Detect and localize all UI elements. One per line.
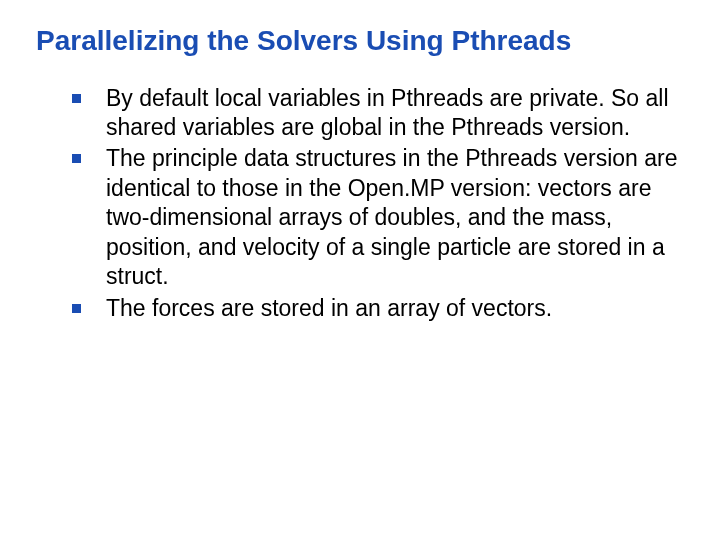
slide-title: Parallelizing the Solvers Using Pthreads [36, 24, 692, 58]
bullet-list: By default local variables in Pthreads a… [28, 84, 692, 324]
slide: Parallelizing the Solvers Using Pthreads… [0, 0, 720, 540]
square-bullet-icon [72, 304, 81, 313]
list-item: By default local variables in Pthreads a… [72, 84, 692, 143]
bullet-text: The forces are stored in an array of vec… [106, 295, 552, 321]
bullet-text: The principle data structures in the Pth… [106, 145, 677, 289]
square-bullet-icon [72, 94, 81, 103]
square-bullet-icon [72, 154, 81, 163]
list-item: The forces are stored in an array of vec… [72, 294, 692, 323]
list-item: The principle data structures in the Pth… [72, 144, 692, 291]
bullet-text: By default local variables in Pthreads a… [106, 85, 669, 140]
